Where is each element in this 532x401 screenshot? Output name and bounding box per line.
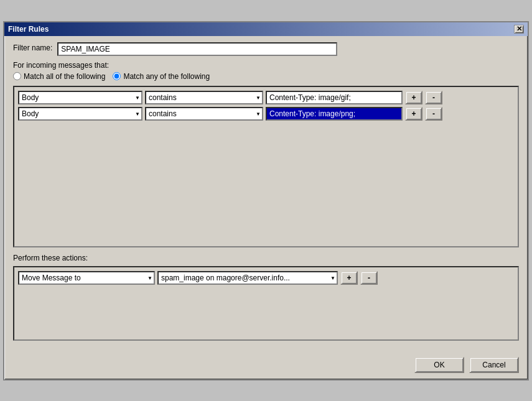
condition-operator-wrapper-2: contains does not contain is is not [145, 107, 263, 121]
action-type-select[interactable]: Move Message to Copy Message to Delete M… [18, 271, 155, 285]
condition-field-select-1[interactable]: Body Subject From To [18, 91, 142, 104]
condition-field-wrapper-1: Body Subject From To [18, 91, 142, 104]
match-any-radio[interactable] [113, 72, 121, 80]
dialog-buttons: OK Cancel [4, 353, 528, 379]
incoming-messages-label: For incoming messages that: [13, 61, 519, 70]
match-all-radio[interactable] [13, 72, 21, 80]
action-add-button[interactable]: + [340, 271, 358, 285]
ok-button[interactable]: OK [414, 357, 464, 373]
filter-name-input[interactable] [57, 42, 337, 56]
condition-remove-button-2[interactable]: - [425, 107, 442, 121]
dialog-content: Filter name: For incoming messages that:… [4, 36, 528, 353]
condition-operator-wrapper-1: contains does not contain is is not [145, 91, 263, 104]
match-any-radio-label[interactable]: Match any of the following [113, 72, 210, 81]
filter-name-row: Filter name: [13, 42, 519, 56]
filter-name-label: Filter name: [13, 44, 52, 52]
condition-add-button-2[interactable]: + [405, 107, 422, 121]
action-remove-button[interactable]: - [360, 271, 378, 285]
action-row-1: Move Message to Copy Message to Delete M… [18, 271, 514, 285]
condition-row-1: Body Subject From To contains does not c… [18, 91, 514, 104]
condition-add-button-1[interactable]: + [405, 91, 422, 104]
filter-rules-dialog: Filter Rules ✕ Filter name: For incoming… [3, 21, 529, 380]
actions-label: Perform these actions: [13, 254, 519, 262]
match-any-text: Match any of the following [123, 72, 210, 81]
close-button[interactable]: ✕ [514, 25, 524, 34]
condition-value-input-2[interactable] [266, 107, 403, 121]
condition-field-select-2[interactable]: Body Subject From To [18, 107, 142, 121]
action-destination-select[interactable]: spam_image on magore@server.info... Inbo… [157, 271, 338, 285]
condition-operator-select-1[interactable]: contains does not contain is is not [145, 91, 263, 104]
condition-value-input-1[interactable] [266, 91, 403, 104]
action-type-wrapper: Move Message to Copy Message to Delete M… [18, 271, 155, 285]
actions-box: Move Message to Copy Message to Delete M… [13, 266, 519, 341]
match-all-text: Match all of the following [24, 72, 105, 81]
action-destination-wrapper: spam_image on magore@server.info... Inbo… [157, 271, 338, 285]
condition-row-2: Body Subject From To contains does not c… [18, 107, 514, 121]
condition-remove-button-1[interactable]: - [425, 91, 442, 104]
match-all-radio-label[interactable]: Match all of the following [13, 72, 105, 81]
cancel-button[interactable]: Cancel [469, 357, 519, 373]
title-bar: Filter Rules ✕ [4, 22, 528, 36]
radio-group: Match all of the following Match any of … [13, 72, 519, 81]
condition-operator-select-2[interactable]: contains does not contain is is not [145, 107, 263, 121]
dialog-title: Filter Rules [8, 25, 49, 34]
conditions-box: Body Subject From To contains does not c… [13, 86, 519, 247]
condition-field-wrapper-2: Body Subject From To [18, 107, 142, 121]
